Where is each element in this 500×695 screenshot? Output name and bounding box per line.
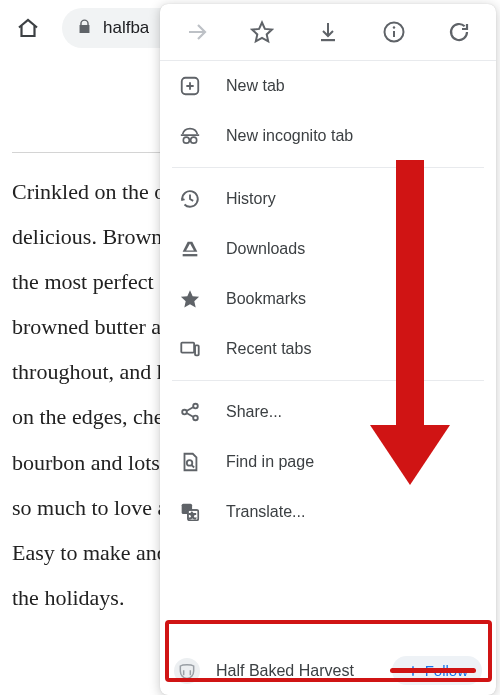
menu-item-label: Bookmarks: [226, 290, 306, 308]
svg-rect-0: [321, 39, 335, 41]
forward-button[interactable]: [177, 12, 217, 52]
menu-item-recent-tabs[interactable]: Recent tabs: [160, 324, 496, 374]
reload-button[interactable]: [439, 12, 479, 52]
menu-item-label: New incognito tab: [226, 127, 353, 145]
translate-icon: G文: [178, 500, 202, 524]
svg-point-13: [193, 404, 198, 409]
svg-rect-9: [183, 254, 198, 256]
svg-point-17: [187, 460, 193, 466]
svg-rect-11: [195, 345, 199, 355]
svg-point-3: [392, 26, 394, 28]
incognito-icon: [178, 124, 202, 148]
svg-point-8: [191, 137, 197, 143]
site-favicon: [174, 658, 200, 684]
star-icon: [178, 287, 202, 311]
url-text: halfba: [103, 18, 149, 38]
svg-rect-10: [181, 343, 194, 353]
follow-site-row: Half Baked Harvest Follow: [160, 646, 496, 695]
menu-item-share[interactable]: Share...: [160, 387, 496, 437]
follow-label: Follow: [425, 662, 468, 679]
svg-point-12: [182, 410, 187, 415]
follow-button[interactable]: Follow: [392, 656, 482, 685]
menu-item-label: Find in page: [226, 453, 314, 471]
svg-line-16: [187, 413, 194, 417]
menu-item-translate[interactable]: G文 Translate...: [160, 487, 496, 537]
menu-item-label: Share...: [226, 403, 282, 421]
info-button[interactable]: [374, 12, 414, 52]
plus-square-icon: [178, 74, 202, 98]
menu-topbar: [160, 4, 496, 60]
svg-line-15: [187, 407, 194, 411]
menu-item-label: Recent tabs: [226, 340, 311, 358]
menu-item-incognito[interactable]: New incognito tab: [160, 111, 496, 161]
menu-item-downloads[interactable]: Downloads: [160, 224, 496, 274]
svg-text:文: 文: [189, 512, 196, 519]
site-name: Half Baked Harvest: [216, 662, 376, 680]
menu-item-history[interactable]: History: [160, 174, 496, 224]
plus-icon: [406, 664, 420, 678]
share-icon: [178, 400, 202, 424]
bookmark-button[interactable]: [242, 12, 282, 52]
overflow-menu: New tab New incognito tab History Downlo…: [160, 4, 496, 695]
menu-item-label: New tab: [226, 77, 285, 95]
recent-tabs-icon: [178, 337, 202, 361]
svg-point-7: [183, 137, 189, 143]
history-icon: [178, 187, 202, 211]
menu-item-bookmarks[interactable]: Bookmarks: [160, 274, 496, 324]
svg-point-14: [193, 416, 198, 421]
menu-item-label: History: [226, 190, 276, 208]
menu-item-find-in-page[interactable]: Find in page: [160, 437, 496, 487]
menu-item-label: Downloads: [226, 240, 305, 258]
downloads-icon: [178, 237, 202, 261]
menu-separator: [172, 167, 484, 168]
lock-icon: [76, 18, 93, 39]
download-button[interactable]: [308, 12, 348, 52]
svg-line-18: [192, 465, 194, 467]
menu-item-new-tab[interactable]: New tab: [160, 61, 496, 111]
home-button[interactable]: [8, 8, 48, 48]
menu-separator: [172, 380, 484, 381]
menu-item-label: Translate...: [226, 503, 305, 521]
find-in-page-icon: [178, 450, 202, 474]
